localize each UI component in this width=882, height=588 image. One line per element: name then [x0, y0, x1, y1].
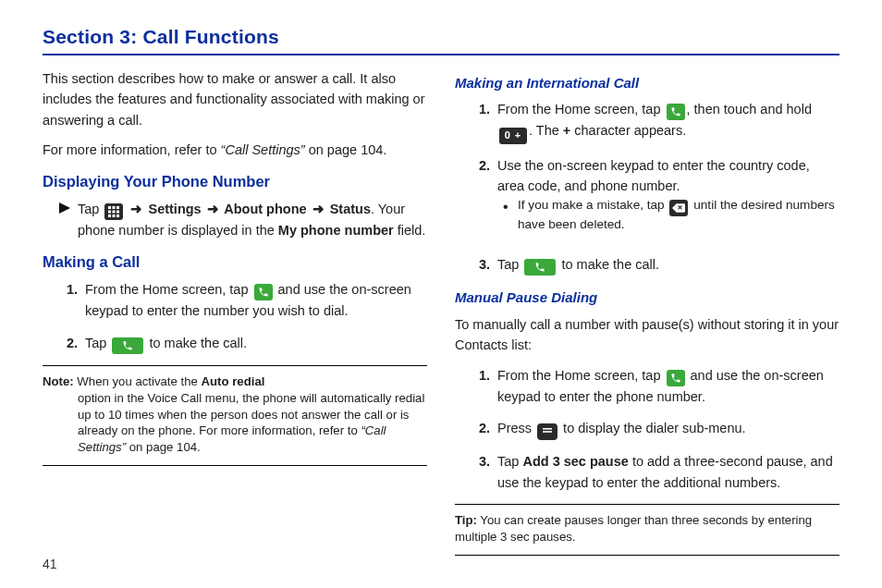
list-item: 1. From the Home screen, tap , then touc… [455, 99, 839, 144]
text: From the Home screen, tap [497, 102, 665, 116]
two-column-layout: This section describes how to make or an… [43, 68, 839, 563]
text: . The [529, 123, 563, 138]
backspace-icon [669, 200, 688, 216]
text: Tap [497, 257, 522, 272]
text: to make the call. [557, 257, 659, 272]
sub-bullet: • If you make a mistake, tap until the d… [503, 197, 839, 233]
section-title: Section 3: Call Functions [43, 26, 839, 48]
crossref-paragraph: For more information, refer to “Call Set… [43, 140, 427, 160]
step-number: 3. [455, 254, 497, 276]
text: character appears. [570, 123, 686, 138]
intl-call-steps: 1. From the Home screen, tap , then touc… [455, 99, 839, 276]
text: to display the dialer sub-menu. [559, 421, 746, 435]
heading-display-number: Displaying Your Phone Number [43, 170, 427, 194]
page-number: 41 [43, 557, 57, 571]
breadcrumb-settings: Settings [144, 202, 204, 216]
svg-rect-7 [108, 214, 111, 217]
field-label: My phone number [278, 223, 394, 238]
section-rule [43, 54, 839, 55]
apps-grid-icon [104, 203, 123, 220]
column-left: This section describes how to make or an… [43, 68, 427, 563]
text: Tap [497, 454, 522, 469]
pause-intro: To manually call a number with pause(s) … [455, 314, 839, 356]
intro-paragraph: This section describes how to make or an… [43, 68, 427, 130]
list-item: 2. Use the on-screen keypad to enter the… [455, 155, 839, 244]
text: When you activate the [74, 374, 202, 388]
list-item: 2. Press to display the dialer sub-menu. [455, 418, 839, 440]
crossref-link: “Call Settings” [221, 142, 305, 157]
tip-rule-bottom [455, 555, 839, 556]
list-item: 2. Tap to make the call. [43, 333, 427, 354]
svg-rect-3 [116, 206, 119, 209]
svg-rect-6 [116, 211, 119, 214]
plus-character: + [563, 123, 570, 138]
step-number: 2. [455, 418, 497, 440]
breadcrumb-arrow: ➜ [312, 202, 325, 216]
page: Section 3: Call Functions This section d… [0, 0, 882, 588]
menu-icon [537, 423, 557, 440]
add-pause-label: Add 3 sec pause [522, 454, 628, 469]
note-label: Note: [43, 374, 74, 388]
breadcrumb-arrow: ➜ [207, 202, 219, 216]
step-number: 1. [455, 365, 497, 407]
heading-pause-dialing: Manual Pause Dialing [455, 287, 839, 308]
text: You can create pauses longer than three … [455, 513, 812, 544]
list-item: 3. Tap to make the call. [455, 254, 839, 276]
svg-rect-11 [543, 431, 552, 433]
text: Tap [85, 336, 110, 350]
tip-box: Tip: You can create pauses longer than t… [455, 512, 839, 551]
tip-rule-top [455, 504, 839, 505]
step-number: 1. [455, 99, 497, 144]
text: on page 104. [126, 440, 201, 454]
step-number: 1. [43, 279, 85, 321]
phone-call-icon [524, 259, 556, 276]
step-number: 2. [455, 155, 497, 244]
text: Use the on-screen keypad to enter the co… [497, 158, 810, 193]
phone-icon [667, 370, 685, 386]
svg-rect-1 [108, 206, 111, 209]
text: From the Home screen, tap [497, 368, 665, 383]
list-item: 3. Tap Add 3 sec pause to add a three-se… [455, 451, 839, 493]
list-item: 1. From the Home screen, tap and use the… [43, 279, 427, 321]
crossref-prefix: For more information, refer to [43, 142, 221, 157]
heading-making-call: Making a Call [43, 251, 427, 275]
breadcrumb-about: About phone [221, 202, 311, 216]
crossref-suffix: on page 104. [305, 142, 387, 157]
text: , then touch and hold [687, 102, 812, 116]
svg-rect-2 [113, 206, 116, 209]
svg-rect-9 [116, 214, 119, 217]
svg-rect-8 [113, 214, 116, 217]
breadcrumb-arrow: ➜ [130, 202, 142, 216]
svg-rect-4 [108, 211, 111, 214]
text: field. [394, 223, 426, 238]
note-box: Note: When you activate the Auto redial … [43, 374, 427, 461]
column-right: Making an International Call 1. From the… [455, 68, 839, 563]
text: If you make a mistake, tap [518, 198, 668, 212]
key-zero-plus-icon: 0 + [499, 128, 527, 144]
step-number: 3. [455, 451, 497, 493]
triangle-bullet-icon [59, 199, 78, 240]
bullet-dot-icon: • [503, 197, 518, 233]
note-rule-top [43, 365, 427, 366]
text: to make the call. [145, 336, 247, 350]
pause-steps: 1. From the Home screen, tap and use the… [455, 365, 839, 493]
text: Tap [78, 202, 103, 216]
svg-rect-10 [543, 428, 552, 430]
auto-redial-label: Auto redial [202, 374, 265, 388]
phone-call-icon [112, 337, 143, 354]
phone-icon [667, 104, 685, 120]
breadcrumb-status: Status [326, 202, 371, 216]
making-call-steps: 1. From the Home screen, tap and use the… [43, 279, 427, 353]
heading-intl-call: Making an International Call [455, 72, 839, 93]
phone-icon [254, 284, 273, 300]
svg-rect-5 [113, 211, 116, 214]
text: Press [497, 421, 535, 435]
svg-marker-0 [59, 202, 70, 214]
tip-label: Tip: [455, 513, 477, 527]
step-number: 2. [43, 333, 85, 354]
display-number-step: Tap ➜ Settings ➜ About phone ➜ Status. Y… [59, 199, 427, 240]
note-rule-bottom [43, 465, 427, 466]
text: From the Home screen, tap [85, 282, 252, 297]
list-item: 1. From the Home screen, tap and use the… [455, 365, 839, 407]
